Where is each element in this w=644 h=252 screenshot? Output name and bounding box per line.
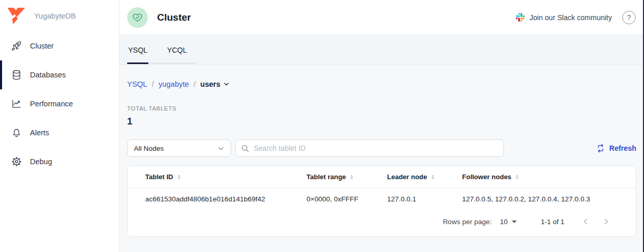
rows-per-page-label: Rows per page: [443,218,492,226]
sidebar-item-alerts[interactable]: Alerts [0,118,119,147]
breadcrumb-separator: / [152,80,154,88]
api-tabbar: YSQL YCQL [119,35,644,65]
heart-check-icon [132,12,143,23]
pagination-range: 1-1 of 1 [541,218,564,226]
yugabytedb-logo-icon [5,7,27,25]
table-header-row: Tablet ID Tablet range Leader node Follo… [128,166,636,188]
sidebar-item-performance[interactable]: Performance [0,89,119,118]
chevron-right-icon [603,218,610,225]
breadcrumb-current-table-selector[interactable]: users [201,80,230,88]
app-window: YugabyteDB Cluster [0,0,644,252]
slack-community-link[interactable]: Join our Slack community [516,13,612,22]
sidebar-item-cluster[interactable]: Cluster [0,32,119,60]
tab-ycql[interactable]: YCQL [166,35,188,65]
help-button[interactable]: ? [622,11,636,24]
table-row[interactable]: ac661530addf4806b1e016d141b69f42 0×0000,… [128,188,636,209]
sidebar-item-label: Alerts [30,129,49,137]
page-header: Cluster Join our Slack community ? [119,0,644,35]
content-area: YSQL / yugabyte / users TOTAL TABLETS 1 … [119,65,644,252]
chevron-down-icon [218,145,224,152]
tab-label: YSQL [128,46,147,54]
sidebar: YugabyteDB Cluster [0,0,119,252]
nodes-filter-select[interactable]: All Nodes [127,139,231,157]
next-page-button[interactable] [603,218,610,225]
cell-leader-node: 127.0.0.1 [387,195,462,203]
breadcrumb-link-yugabyte[interactable]: yugabyte [159,80,189,88]
line-chart-icon [10,98,23,110]
tablet-search-input[interactable] [254,144,498,152]
sidebar-item-label: Cluster [30,42,54,50]
column-header-leader-node[interactable]: Leader node [387,173,462,181]
pagination-row: Rows per page: 10 1-1 of 1 [128,209,636,234]
brand-header: YugabyteDB [0,0,119,26]
slack-link-label: Join our Slack community [529,13,612,22]
breadcrumb-link-ysql[interactable]: YSQL [127,80,147,88]
total-tablets-label: TOTAL TABLETS [127,105,636,112]
filter-row: All Nodes [127,139,636,157]
sort-icon [430,174,436,180]
sort-icon [514,174,520,180]
sidebar-item-label: Performance [30,100,73,108]
api-tabs: YSQL YCQL [127,35,205,65]
main-area: Cluster Join our Slack community ? [119,0,644,252]
column-header-tablet-id[interactable]: Tablet ID [145,173,306,181]
tablet-search-box [235,139,504,157]
header-actions: Join our Slack community ? [516,11,636,24]
cluster-status-avatar [127,7,148,28]
caret-down-icon [512,220,517,223]
question-mark-icon: ? [627,13,631,22]
breadcrumb-current-label: users [201,80,221,88]
column-label: Tablet range [306,173,346,181]
bell-icon [10,127,23,139]
column-header-follower-nodes[interactable]: Follower nodes [462,173,636,181]
tab-ysql[interactable]: YSQL [127,35,148,65]
database-icon [10,69,23,81]
total-tablets-value: 1 [127,116,636,127]
refresh-icon [596,144,605,153]
cell-follower-nodes: 127.0.0.5, 127.0.0.2, 127.0.0.4, 127.0.0… [462,195,636,203]
rocket-icon [10,40,23,52]
cell-tablet-id: ac661530addf4806b1e016d141b69f42 [145,195,306,203]
chevron-left-icon [582,218,589,225]
sidebar-nav: Cluster Databases [0,32,119,176]
page-title: Cluster [157,12,191,23]
previous-page-button[interactable] [582,218,589,225]
tab-label: YCQL [167,46,187,54]
refresh-label: Refresh [609,144,636,152]
brand-name: YugabyteDB [34,12,76,20]
sort-icon [176,174,182,180]
chevron-down-icon [223,81,229,87]
column-header-tablet-range[interactable]: Tablet range [306,173,387,181]
sort-icon [349,174,355,180]
search-icon [241,144,250,153]
cell-tablet-range: 0×0000, 0xFFFF [306,195,387,203]
rows-per-page-value: 10 [500,218,508,226]
sidebar-item-databases[interactable]: Databases [0,60,119,89]
rows-per-page-select[interactable]: 10 [500,218,517,226]
sidebar-item-label: Debug [30,158,52,166]
breadcrumb-separator: / [194,80,196,88]
breadcrumb: YSQL / yugabyte / users [127,80,636,88]
column-label: Leader node [387,173,427,181]
slack-icon [516,13,525,22]
gear-icon [10,155,23,168]
refresh-button[interactable]: Refresh [596,144,636,153]
column-label: Follower nodes [462,173,511,181]
sidebar-item-label: Databases [30,71,66,79]
sidebar-item-debug[interactable]: Debug [0,147,119,176]
tablets-table-card: Tablet ID Tablet range Leader node Follo… [127,165,636,237]
column-label: Tablet ID [145,173,173,181]
nodes-filter-value: All Nodes [134,145,164,152]
